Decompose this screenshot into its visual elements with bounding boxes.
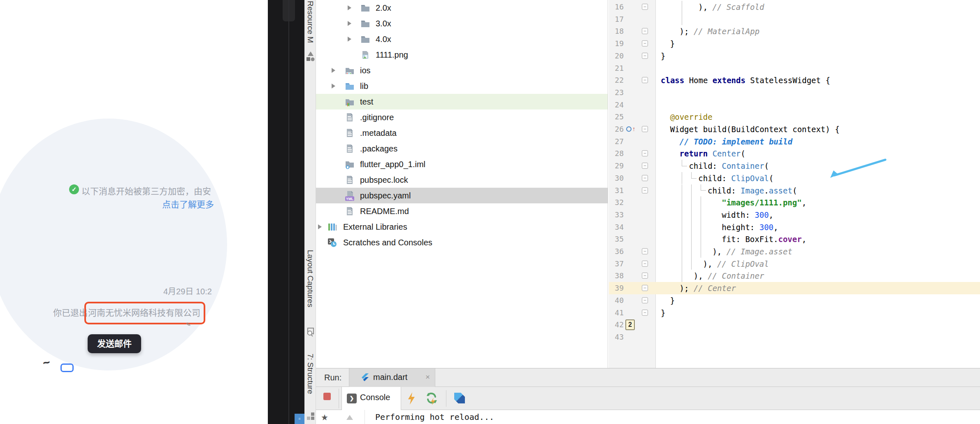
code-line-37[interactable]: ), // ClipOval bbox=[703, 258, 769, 270]
code-line-41[interactable]: } bbox=[661, 307, 665, 319]
stop-button[interactable] bbox=[323, 393, 331, 400]
fold-marker-icon[interactable]: − bbox=[642, 163, 648, 169]
line-number: 43 bbox=[609, 331, 624, 343]
code-line-25[interactable]: @override bbox=[670, 111, 713, 123]
tree-item-pubspec-yaml[interactable]: YMLpubspec.yaml bbox=[316, 188, 608, 203]
fold-marker-icon[interactable]: − bbox=[642, 28, 648, 34]
expand-arrow-icon[interactable] bbox=[348, 37, 351, 42]
tab-resource-manager[interactable]: Resource M bbox=[306, 1, 315, 43]
code-line-29[interactable]: child: Container( bbox=[689, 160, 769, 172]
code-line-28[interactable]: return Center( bbox=[680, 147, 745, 160]
expand-arrow-icon[interactable] bbox=[348, 21, 351, 26]
tree-item-lib[interactable]: lib bbox=[316, 78, 608, 94]
tree-item-scratches-and-consoles[interactable]: Scratches and Consoles bbox=[316, 235, 608, 250]
pen-cursor-icon: ✎ bbox=[186, 321, 191, 328]
bookmark-badge[interactable]: 2 bbox=[625, 319, 635, 330]
code-line-34[interactable]: height: 300, bbox=[722, 221, 778, 233]
console-output-text: Performing hot reload... bbox=[375, 412, 494, 422]
fold-marker-icon[interactable]: − bbox=[642, 248, 648, 254]
fold-marker-icon[interactable]: − bbox=[642, 285, 648, 291]
annotation-arrow bbox=[827, 156, 893, 181]
tree-item--gitignore[interactable]: .gitignore bbox=[316, 109, 608, 125]
send-mail-button[interactable]: 发送邮件 bbox=[88, 334, 141, 353]
code-token: // ClipOval bbox=[717, 259, 769, 268]
widget-guide-line bbox=[701, 221, 701, 233]
widget-guide-line bbox=[682, 184, 682, 197]
code-line-16[interactable]: ), // Scaffold bbox=[698, 1, 764, 13]
overriding-method-icon[interactable] bbox=[626, 126, 632, 132]
hot-reload-icon[interactable] bbox=[407, 392, 416, 405]
tree-item-3-0x[interactable]: 3.0x bbox=[316, 16, 608, 31]
code-line-27[interactable]: // TODO: implement build bbox=[680, 135, 793, 148]
structure-icon[interactable] bbox=[306, 412, 315, 421]
console-tab[interactable]: ❯ Console bbox=[341, 387, 401, 410]
dart-devtools-icon[interactable] bbox=[454, 393, 465, 403]
code-line-22[interactable]: class Home extends StatelessWidget { bbox=[661, 74, 830, 86]
code-editor[interactable]: 16−), // Scaffold1718−); // MaterialApp1… bbox=[609, 0, 980, 368]
code-line-35[interactable]: fit: BoxFit.cover, bbox=[722, 233, 806, 245]
dark-strip-line bbox=[288, 0, 289, 424]
tree-item-test[interactable]: test bbox=[316, 94, 608, 109]
tree-item--packages[interactable]: .packages bbox=[316, 141, 608, 156]
fold-marker-icon[interactable]: − bbox=[642, 187, 648, 193]
code-line-38[interactable]: ), // Container bbox=[694, 270, 764, 282]
fold-marker-icon[interactable]: − bbox=[642, 273, 648, 279]
fold-marker-icon[interactable]: − bbox=[642, 175, 648, 181]
widget-guide-elbow bbox=[701, 190, 706, 191]
hot-restart-icon[interactable] bbox=[425, 391, 439, 405]
resource-manager-icon[interactable] bbox=[306, 51, 315, 62]
tab-layout-captures[interactable]: Layout Captures bbox=[306, 250, 315, 307]
console-output-area[interactable]: ★ Performing hot reload... bbox=[316, 410, 980, 424]
tree-item--metadata[interactable]: .metadata bbox=[316, 125, 608, 141]
fold-marker-icon[interactable]: − bbox=[642, 126, 648, 132]
tree-item-1111-png[interactable]: 1111.png bbox=[316, 47, 608, 63]
flutter-icon bbox=[360, 373, 370, 382]
tree-item-readme-md[interactable]: README.md bbox=[316, 203, 608, 219]
tree-item-ios[interactable]: ios bbox=[316, 63, 608, 78]
layout-captures-icon[interactable] bbox=[306, 328, 315, 337]
fold-marker-icon[interactable]: − bbox=[642, 40, 648, 47]
scroll-up-icon[interactable] bbox=[346, 415, 353, 420]
fold-marker-icon[interactable]: − bbox=[642, 297, 648, 303]
code-token: , bbox=[802, 198, 806, 207]
code-line-26[interactable]: Widget build(BuildContext context) { bbox=[670, 123, 840, 135]
fold-marker-icon[interactable]: − bbox=[642, 261, 648, 267]
widget-guide-line bbox=[682, 270, 682, 282]
tab-structure[interactable]: 7: Structure bbox=[306, 354, 315, 394]
expand-arrow-icon[interactable] bbox=[332, 68, 335, 73]
expand-arrow-icon[interactable] bbox=[348, 5, 351, 10]
code-line-20[interactable]: } bbox=[661, 50, 665, 62]
code-line-30[interactable]: child: ClipOval( bbox=[698, 172, 773, 184]
code-token: child: bbox=[689, 161, 722, 170]
code-line-39[interactable]: ); // Center bbox=[680, 282, 736, 294]
fold-marker-icon[interactable]: − bbox=[642, 77, 648, 83]
fold-marker-icon[interactable]: − bbox=[642, 53, 648, 59]
line-number: 32 bbox=[609, 196, 624, 209]
learn-more-link[interactable]: 点击了解更多 bbox=[162, 198, 214, 210]
code-line-32[interactable]: "images/1111.png", bbox=[722, 196, 806, 209]
fold-marker-icon[interactable]: − bbox=[642, 4, 648, 10]
tree-item-flutter-app0-1-iml[interactable]: flutter_app0_1.iml bbox=[316, 156, 608, 172]
code-line-18[interactable]: ); // MaterialApp bbox=[680, 25, 759, 37]
tree-item-2-0x[interactable]: 2.0x bbox=[316, 0, 608, 16]
code-line-36[interactable]: ), // Image.asset bbox=[712, 245, 792, 258]
run-tab-main-dart[interactable]: main.dart × bbox=[349, 368, 435, 387]
code-token: . bbox=[764, 186, 769, 195]
code-token: Image bbox=[741, 186, 764, 195]
tree-item-external-libraries[interactable]: External Libraries bbox=[316, 219, 608, 235]
fold-marker-icon[interactable]: − bbox=[642, 310, 648, 316]
code-line-33[interactable]: width: 300, bbox=[722, 209, 773, 221]
expand-arrow-icon[interactable] bbox=[318, 224, 322, 229]
fold-marker-icon[interactable]: − bbox=[642, 150, 648, 156]
widget-guide-line bbox=[682, 1, 682, 13]
tab-close-icon[interactable]: × bbox=[425, 373, 430, 382]
code-line-31[interactable]: child: Image.asset( bbox=[708, 184, 797, 197]
code-token: 300 bbox=[759, 223, 773, 232]
expand-arrow-icon[interactable] bbox=[332, 84, 335, 89]
code-line-19[interactable]: } bbox=[670, 37, 675, 50]
pin-icon[interactable]: ★ bbox=[321, 412, 328, 422]
tree-item-pubspec-lock[interactable]: pubspec.lock bbox=[316, 172, 608, 188]
line-number: 30 bbox=[609, 172, 624, 184]
code-line-40[interactable]: } bbox=[670, 294, 675, 307]
tree-item-4-0x[interactable]: 4.0x bbox=[316, 31, 608, 47]
